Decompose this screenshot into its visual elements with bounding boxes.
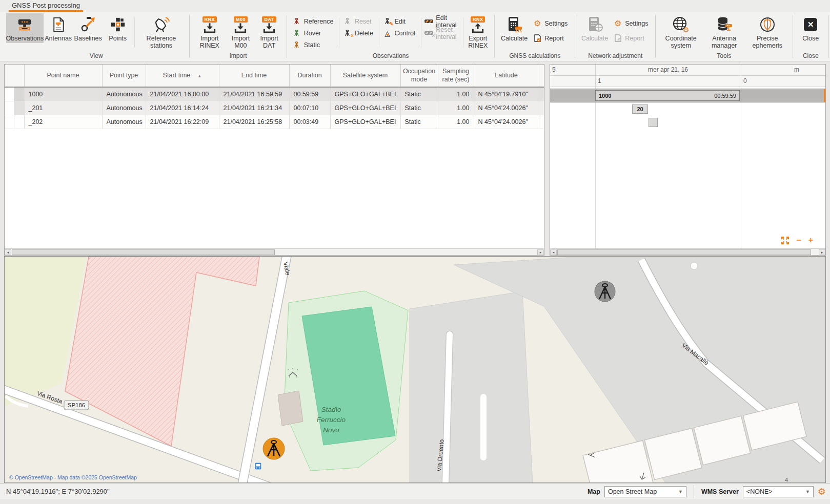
antennas-button[interactable]: Antennas [44, 13, 73, 43]
column-header-partial [539, 65, 544, 87]
timeline-header-hours: 5 mer apr 21, 16 m [550, 65, 825, 76]
points-button[interactable]: Points [103, 13, 133, 43]
scroll-right-arrow[interactable]: ▸ [819, 249, 825, 255]
column-header-end-time[interactable]: End time [219, 65, 289, 87]
ribbon-divider [463, 17, 463, 48]
svg-text:SP186: SP186 [68, 402, 86, 408]
ribbon-divider [421, 17, 421, 48]
precise-ephemeris-button[interactable]: Precise ephemeris [745, 13, 789, 51]
control-button[interactable]: △ Control [381, 27, 419, 39]
column-header-latitude[interactable]: Latitude [474, 65, 539, 87]
wms-server-label: WMS Server [701, 488, 739, 495]
table-row[interactable]: 1000 Autonomous 21/04/2021 16:00:00 21/0… [5, 87, 544, 101]
scroll-right-arrow[interactable]: ▸ [537, 249, 544, 255]
timeline-selected-row[interactable]: 1000 00:59:59 [550, 89, 825, 102]
network-settings-button[interactable]: ⚙ Settings [611, 17, 652, 29]
map-attribution: © OpenStreetMap - Map data ©2025 OpenStr… [9, 474, 137, 480]
column-header-duration[interactable]: Duration [289, 65, 330, 87]
static-toggle-button[interactable]: Static [290, 39, 338, 51]
report-document-icon [533, 34, 542, 43]
scrollbar-thumb[interactable] [557, 249, 811, 255]
tripod-rover-icon [292, 29, 301, 37]
rover-toggle-button[interactable]: Rover [290, 27, 338, 39]
map-marker-orange[interactable] [263, 438, 285, 459]
timeline-zoom-controls: − + [781, 236, 813, 245]
import-dat-button[interactable]: DAT Import DAT [255, 13, 284, 51]
panel-splitter[interactable] [544, 64, 550, 256]
map-settings-gear-icon[interactable]: ⚙ [818, 487, 826, 496]
cell-point-name[interactable]: _201 [24, 101, 102, 115]
observation-bar-1000[interactable]: 1000 00:59:59 [595, 90, 740, 101]
observation-bar-201[interactable]: 20 [632, 104, 648, 114]
map-road-via-druento [446, 334, 450, 483]
coordinate-system-button[interactable]: ⚙ Coordinate system [659, 13, 703, 51]
map-marker-gray[interactable] [595, 281, 615, 302]
observation-bar-202[interactable] [649, 118, 658, 127]
ribbon-group-close: ✕ Close Close [794, 12, 827, 61]
ribbon-group-import: RNX Import RINEX M00 Import M00 DAT Impo… [191, 12, 286, 61]
map-canvas[interactable]: 4 Via Rosta SP186 Viale Via Druento Via … [5, 257, 826, 483]
ribbon-divider [379, 17, 379, 48]
table-row[interactable]: _202 Autonomous 21/04/2021 16:22:09 21/0… [5, 115, 544, 129]
zoom-out-button[interactable]: − [796, 236, 801, 245]
map-view[interactable]: 4 Via Rosta SP186 Viale Via Druento Via … [4, 256, 826, 483]
calculator-gnss-icon [505, 15, 523, 34]
gnss-report-button[interactable]: Report [531, 32, 572, 44]
ribbon-group-separator [494, 15, 495, 58]
svg-text:Novo: Novo [323, 426, 339, 434]
table-header-row: Point name Point type Start time▲ End ti… [5, 65, 544, 87]
edit-button[interactable]: ✎ Edit [381, 15, 419, 27]
scroll-left-arrow[interactable]: ◂ [5, 249, 11, 255]
antenna-manager-button[interactable]: Antenna manager [703, 13, 745, 51]
control-triangle-icon: △ [383, 29, 392, 37]
ribbon-group-tools: ⚙ Coordinate system Antenna manager Prec… [657, 12, 791, 61]
column-header-occupation-mode[interactable]: Occupation mode [400, 65, 438, 87]
column-header-sampling-rate[interactable]: Sampling rate (sec) [438, 65, 474, 87]
points-cross-icon [110, 15, 126, 34]
reference-stations-button[interactable]: Reference stations [136, 13, 187, 51]
network-calculate-button: Calculate [578, 13, 611, 43]
import-m00-icon: M00 [233, 15, 248, 34]
column-header-point-type[interactable]: Point type [102, 65, 146, 87]
zoom-in-button[interactable]: + [808, 236, 813, 245]
import-rinex-button[interactable]: RNX Import RINEX [193, 13, 226, 51]
observations-button[interactable]: Observations [6, 13, 44, 43]
tab-gnss-post-processing[interactable]: GNSS Post processing [9, 0, 83, 12]
scrollbar-thumb[interactable] [12, 249, 275, 255]
network-report-button: Report [611, 32, 652, 44]
tripod-reset-icon [343, 17, 352, 26]
import-rinex-icon: RNX [203, 15, 217, 34]
gnss-settings-button[interactable]: ⚙ Settings [531, 17, 572, 29]
tripod-edit-icon: ✎ [383, 17, 392, 26]
cell-point-name[interactable]: _202 [24, 115, 102, 129]
close-button[interactable]: ✕ Close [796, 13, 825, 43]
tripod-reference-icon [292, 17, 301, 26]
fit-extent-button[interactable] [781, 237, 789, 244]
column-header-point-name[interactable]: Point name [24, 65, 102, 87]
report-document-icon [613, 34, 622, 43]
timeline-horizontal-scrollbar[interactable]: ◂ ▸ [550, 248, 825, 255]
reset-button: Reset [341, 15, 377, 27]
gear-icon: ⚙ [533, 19, 542, 28]
cell-point-name[interactable]: 1000 [24, 87, 102, 101]
scroll-left-arrow[interactable]: ◂ [550, 249, 557, 255]
reference-toggle-button[interactable]: Reference [290, 15, 338, 27]
gnss-calculate-button[interactable]: Calculate [498, 13, 531, 43]
ribbon-divider [134, 17, 135, 48]
column-header-start-time[interactable]: Start time▲ [146, 65, 219, 87]
column-header-satellite-system[interactable]: Satellite system [330, 65, 400, 87]
export-rinex-button[interactable]: RNX Export RINEX [464, 13, 491, 51]
tab-bar: GNSS Post processing [0, 0, 830, 12]
import-m00-button[interactable]: M00 Import M00 [227, 13, 255, 51]
table-row[interactable]: _201 Autonomous 21/04/2021 16:14:24 21/0… [5, 101, 544, 115]
map-source-dropdown[interactable]: Open Street Map ▼ [604, 486, 686, 497]
table-horizontal-scrollbar[interactable]: ◂ ▸ [5, 248, 544, 255]
ribbon: Observations Antennas Baselines Points [0, 12, 830, 61]
baselines-button[interactable]: Baselines [73, 13, 103, 43]
ribbon-group-separator [287, 15, 287, 58]
wms-server-dropdown[interactable]: <NONE> ▼ [743, 486, 814, 497]
close-icon: ✕ [804, 15, 817, 34]
map-parking-aisle [480, 394, 487, 460]
delete-button[interactable]: × Delete [341, 27, 377, 39]
chevron-down-icon: ▼ [805, 489, 810, 494]
